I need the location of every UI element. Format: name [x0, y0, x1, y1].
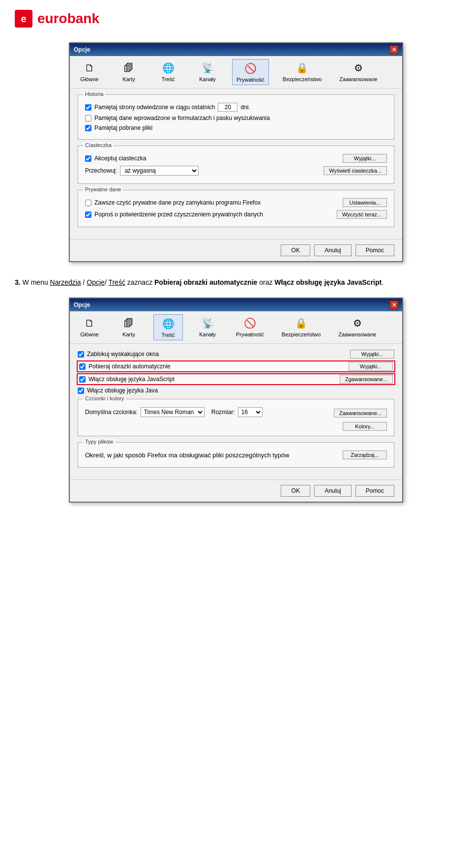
dialog-2-body: Zablokuj wyskakujące okna Wyjątki... Pob…	[70, 344, 402, 479]
dialog-1-titlebar: Opcje ✕	[70, 43, 402, 56]
kanaly-icon: 📡	[201, 61, 214, 75]
section-prywatne-dane: Prywatne dane Zawsze czyść prywatne dane…	[78, 190, 394, 227]
dialog-2-titlebar: Opcje ✕	[70, 299, 402, 311]
dialog-2-pomoc-button[interactable]: Pomoc	[355, 485, 394, 497]
toolbar-1-glowne[interactable]: 🗋 Główne	[75, 59, 104, 84]
section-czcionki: Czcionki i kolory Domyślna czcionka: Tim…	[78, 399, 394, 436]
checkbox-pamietaj-dane[interactable]	[85, 115, 91, 121]
dialog-2-toolbar: 🗋 Główne 🗐 Karty 🌐 Treść 📡 Kanały 🚫 Pryw…	[70, 311, 402, 344]
button-wyczys-teraz[interactable]: Wyczyść teraz...	[337, 210, 387, 219]
kanaly2-icon: 📡	[201, 316, 214, 330]
button-wyjatki-obrazki[interactable]: Wyjątki...	[349, 362, 393, 371]
instruction-text: 3. W menu Narzedzia / Opcje/ Treść zazna…	[15, 277, 457, 288]
dialog-2-footer: OK Anuluj Pomoc	[70, 479, 402, 502]
row-wlacz-java: Włącz obsługę języka Java	[78, 387, 394, 394]
section-typy-plikow-title: Typy plików	[83, 439, 115, 445]
checkbox-akceptuj[interactable]	[85, 155, 91, 162]
dialog-2-anuluj-button[interactable]: Anuluj	[314, 485, 351, 497]
toolbar-1-tresc[interactable]: 🌐 Treść	[153, 59, 183, 84]
row-popros: Poproś o potwierdzenie przed czyszczenie…	[85, 210, 387, 219]
tresc-icon: 🌐	[161, 61, 175, 75]
dialog-1-toolbar: 🗋 Główne 🗐 Karty 🌐 Treść 📡 Kanały 🚫 Pryw…	[70, 56, 402, 89]
toolbar-1-bezpieczenstwo[interactable]: 🔒 Bezpieczeństwo	[279, 59, 326, 84]
button-zgawansowane-js[interactable]: Zgawansowane...	[340, 375, 393, 384]
karty2-icon: 🗐	[122, 316, 136, 330]
svg-text:e: e	[21, 13, 26, 24]
toolbar-2-prywatnosc[interactable]: 🚫 Prywatność	[232, 314, 268, 339]
zaawansowane2-icon: ⚙	[351, 316, 364, 330]
row-zawsze-czys: Zawsze czyść prywatne dane przy zamykani…	[85, 198, 387, 207]
dialog-1-footer: OK Anuluj Pomoc	[70, 239, 402, 261]
toolbar-1-zaawansowane[interactable]: ⚙ Zaawansowane	[335, 59, 381, 84]
section-historia-title: Historia	[83, 91, 105, 97]
button-kolory[interactable]: Kolory...	[343, 422, 387, 431]
toolbar-2-zaawansowane[interactable]: ⚙ Zaawansowane	[334, 314, 380, 339]
checkbox-wlacz-java[interactable]	[78, 388, 84, 394]
checkbox-pobieraj-obrazki[interactable]	[79, 363, 86, 370]
dialog-1-body: Historia Pamiętaj strony odwiedzone w ci…	[70, 89, 402, 239]
dialog-opcje-2: Opcje ✕ 🗋 Główne 🗐 Karty 🌐 Treść 📡 Kanał…	[69, 298, 403, 503]
button-wyjatki-blokuj[interactable]: Wyjątki...	[350, 350, 394, 359]
prywatnosc-icon: 🚫	[243, 61, 257, 75]
dialog-1-anuluj-button[interactable]: Anuluj	[314, 244, 351, 256]
button-zaawansowane-font[interactable]: Zaawansowane...	[334, 409, 387, 418]
section-ciasteczka-title: Ciasteczka	[83, 142, 114, 148]
zaawansowane-icon: ⚙	[352, 61, 365, 75]
row-pamietaj-strony: Pamiętaj strony odwiedzone w ciągu ostat…	[85, 103, 387, 112]
section-ciasteczka: Ciasteczka Akceptuj ciasteczka Wyjątki..…	[78, 146, 394, 184]
row-akceptuj: Akceptuj ciasteczka Wyjątki...	[85, 154, 387, 163]
row-typy-plikow: Określ, w jaki sposób Firefox ma obsługi…	[85, 450, 387, 459]
dialog-2-title: Opcje	[74, 301, 90, 308]
dialog-1-close-button[interactable]: ✕	[389, 45, 398, 54]
checkbox-blokuj[interactable]	[78, 351, 84, 358]
glowne2-icon: 🗋	[83, 316, 96, 330]
section-historia: Historia Pamiętaj strony odwiedzone w ci…	[78, 94, 394, 140]
karty-icon: 🗐	[122, 61, 136, 75]
checkbox-wlacz-js[interactable]	[79, 376, 86, 383]
glowne-icon: 🗋	[83, 61, 96, 75]
row-pamietaj-pobrane: Pamiętaj pobrane pliki	[85, 124, 387, 131]
toolbar-2-glowne[interactable]: 🗋 Główne	[75, 314, 104, 339]
row-przechowuj: Przechowuj: aż wygasną Wyświetl ciastecz…	[85, 166, 387, 176]
checkbox-popros[interactable]	[85, 211, 91, 218]
eurobank-logo-icon: e	[15, 10, 32, 28]
bezpieczenstwo-icon: 🔒	[295, 61, 309, 75]
button-wyjatki-1[interactable]: Wyjątki...	[343, 154, 387, 163]
bezpieczenstwo2-icon: 🔒	[295, 316, 308, 330]
eurobank-logo-text: eurobank	[37, 11, 99, 27]
row-blokuj: Zablokuj wyskakujące okna Wyjątki...	[78, 350, 394, 359]
font-row: Domyślna czcionka: Times New Roman Rozmi…	[85, 407, 263, 417]
dialog-1-pomoc-button[interactable]: Pomoc	[355, 244, 394, 256]
toolbar-2-tresc[interactable]: 🌐 Treść	[153, 314, 183, 340]
checkbox-pamietaj-pobrane[interactable]	[85, 125, 91, 131]
toolbar-2-bezpieczenstwo[interactable]: 🔒 Bezpieczeństwo	[278, 314, 325, 339]
toolbar-2-karty[interactable]: 🗐 Karty	[114, 314, 144, 339]
row-pamietaj-dane: Pamiętaj dane wprowadzone w formularzach…	[85, 115, 387, 121]
input-dni[interactable]	[218, 103, 237, 112]
dialog-1-ok-button[interactable]: OK	[281, 244, 310, 256]
toolbar-1-karty[interactable]: 🗐 Karty	[114, 59, 144, 84]
dialog-1-title: Opcje	[74, 46, 90, 53]
row-wlacz-js: Włącz obsługę języka JavaScript Zgawanso…	[78, 374, 394, 384]
checkbox-zawsze-czys[interactable]	[85, 200, 91, 206]
select-font[interactable]: Times New Roman	[141, 407, 205, 417]
prywatnosc2-icon: 🚫	[243, 316, 257, 330]
tresc2-icon: 🌐	[161, 317, 175, 330]
toolbar-1-kanaly[interactable]: 📡 Kanały	[193, 59, 222, 84]
toolbar-1-prywatnosc[interactable]: 🚫 Prywatność	[232, 59, 269, 85]
dialog-2-close-button[interactable]: ✕	[389, 300, 398, 309]
dialog-2-ok-button[interactable]: OK	[281, 485, 310, 497]
section-prywatne-dane-title: Prywatne dane	[83, 186, 123, 192]
dialog-opcje-1: Opcje ✕ 🗋 Główne 🗐 Karty 🌐 Treść 📡 Kanał…	[69, 42, 403, 262]
toolbar-2-kanaly[interactable]: 📡 Kanały	[193, 314, 222, 339]
select-size[interactable]: 16	[238, 407, 263, 417]
row-pobieraj-obrazki: Pobieraj obrazki automatycznie Wyjątki..…	[78, 361, 394, 371]
button-wyswietl-ciasteczka[interactable]: Wyświetl ciasteczka...	[324, 166, 387, 175]
checkbox-pamietaj-strony[interactable]	[85, 104, 91, 111]
button-ustawienia[interactable]: Ustawienia...	[343, 198, 387, 207]
select-przechowuj[interactable]: aż wygasną	[120, 166, 199, 176]
section-typy-plikow: Typy plików Określ, w jaki sposób Firefo…	[78, 442, 394, 468]
section-czcionki-title: Czcionki i kolory	[83, 395, 126, 401]
button-zarzadzaj[interactable]: Zarządzaj...	[343, 450, 387, 459]
page-header: e eurobank	[15, 10, 457, 28]
